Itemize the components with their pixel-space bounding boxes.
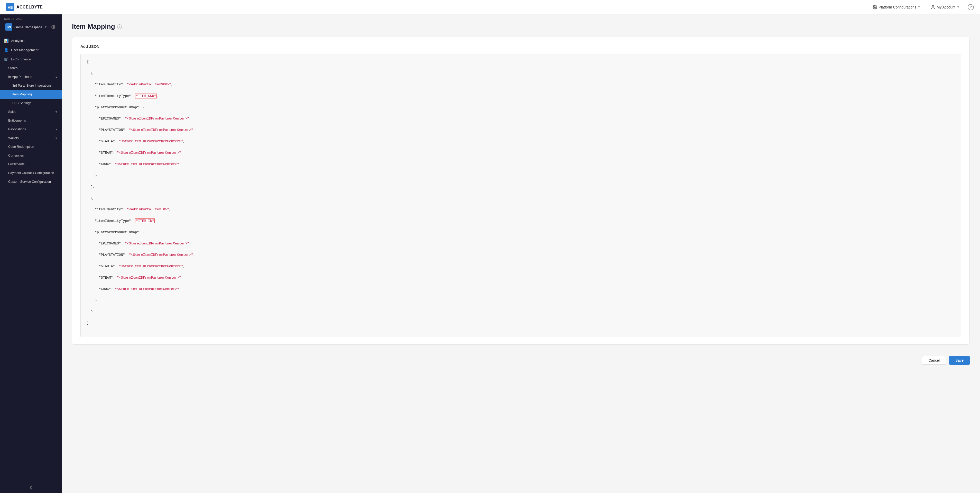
sidebar-collapse-button[interactable]: ⟪ <box>30 485 32 490</box>
json-card: Add JSON [ { "itemIdentity": "<AdminPort… <box>72 37 970 345</box>
platform-config-chevron-icon: ▼ <box>918 6 920 8</box>
sidebar-item-ecommerce-label: E-Commerce <box>11 57 57 61</box>
in-app-purchase-chevron-icon: ▲ <box>55 76 57 78</box>
sidebar-item-in-app-purchase-label: In-App Purchase <box>8 75 52 79</box>
sidebar-item-ecommerce[interactable]: 🛒 E-Commerce <box>0 54 62 64</box>
header-actions: Platform Configurations ▼ My Account ▼ ? <box>870 4 974 11</box>
namespace-badge: GN <box>5 23 12 30</box>
svg-text:AB: AB <box>8 5 13 10</box>
namespace-chevron-icon: ▼ <box>44 26 47 29</box>
sidebar-item-currencies[interactable]: Currencies <box>0 151 62 160</box>
namespace-section: NAMESPACE GN Game Namespace ▼ <box>0 14 62 34</box>
sidebar-item-sales[interactable]: Sales ▼ <box>0 107 62 116</box>
help-button[interactable]: ? <box>968 4 974 10</box>
sidebar-item-payment-callback[interactable]: Payment Callback Configuration <box>0 169 62 177</box>
content-area: Item Mapping i Add JSON [ { "itemIdentit… <box>62 14 980 493</box>
sidebar-item-dlc-settings-label: DLC Settings <box>12 101 57 105</box>
ecommerce-icon: 🛒 <box>4 57 8 61</box>
json-editor[interactable]: [ { "itemIdentity": "<AdminPortalItemSKU… <box>80 54 961 337</box>
sidebar-item-custom-service[interactable]: Custom Service Configuration <box>0 177 62 186</box>
page-title: Item Mapping <box>72 22 115 30</box>
sidebar: NAMESPACE GN Game Namespace ▼ 📊 Analytic… <box>0 14 62 493</box>
sidebar-item-item-mapping[interactable]: Item Mapping <box>0 90 62 99</box>
app-logo-text: ACCELBYTE <box>16 5 43 10</box>
user-icon <box>931 5 935 10</box>
svg-point-3 <box>932 5 934 7</box>
namespace-selector[interactable]: GN Game Namespace ▼ <box>4 22 48 32</box>
settings-icon <box>51 25 55 29</box>
gear-icon <box>873 5 877 10</box>
app-logo-icon: AB <box>6 3 14 11</box>
footer-actions: Cancel Save <box>72 351 970 367</box>
sidebar-item-analytics-label: Analytics <box>11 39 57 43</box>
revocations-chevron-icon: ▼ <box>55 128 57 131</box>
platform-config-label: Platform Configurations <box>879 5 916 9</box>
sidebar-bottom: ⟪ <box>0 482 62 493</box>
sidebar-item-currencies-label: Currencies <box>8 154 57 157</box>
save-button[interactable]: Save <box>949 356 970 365</box>
sales-chevron-icon: ▼ <box>55 110 57 113</box>
sidebar-item-user-management-label: User Management <box>11 48 57 52</box>
my-account-chevron-icon: ▼ <box>957 6 959 8</box>
sidebar-item-fulfillments[interactable]: Fulfillments <box>0 160 62 169</box>
main-layout: NAMESPACE GN Game Namespace ▼ 📊 Analytic… <box>0 14 980 493</box>
sidebar-item-code-redemption-label: Code Redemption <box>8 145 57 148</box>
namespace-name: Game Namespace <box>14 25 42 29</box>
sidebar-item-fulfillments-label: Fulfillments <box>8 163 57 166</box>
sidebar-item-stores-label: Stores <box>8 66 57 70</box>
sidebar-item-analytics[interactable]: 📊 Analytics <box>0 36 62 45</box>
sidebar-item-in-app-purchase[interactable]: In-App Purchase ▲ <box>0 72 62 81</box>
user-mgmt-icon: 👤 <box>4 48 8 52</box>
svg-point-2 <box>874 6 875 8</box>
nav-section: 📊 Analytics 👤 User Management 🛒 E-Commer… <box>0 34 62 188</box>
sidebar-item-stores[interactable]: Stores <box>0 64 62 72</box>
logo-area: AB ACCELBYTE <box>6 3 43 11</box>
sidebar-item-revocations[interactable]: Revocations ▼ <box>0 125 62 134</box>
sidebar-item-3rd-party-label: 3rd Party Store Integrations <box>12 84 57 88</box>
sidebar-item-entitlements[interactable]: Entitlements <box>0 116 62 125</box>
cancel-button[interactable]: Cancel <box>922 356 946 365</box>
analytics-icon: 📊 <box>4 38 8 43</box>
namespace-label: NAMESPACE <box>4 18 57 20</box>
sidebar-item-item-mapping-label: Item Mapping <box>12 93 57 96</box>
sidebar-item-sales-label: Sales <box>8 110 52 113</box>
card-title: Add JSON <box>80 44 961 49</box>
sidebar-item-payment-callback-label: Payment Callback Configuration <box>8 171 57 175</box>
sidebar-item-3rd-party[interactable]: 3rd Party Store Integrations <box>0 81 62 90</box>
sidebar-item-revocations-label: Revocations <box>8 128 52 131</box>
page-title-row: Item Mapping i <box>72 22 970 30</box>
wallets-chevron-icon: ▼ <box>55 137 57 140</box>
sidebar-item-custom-service-label: Custom Service Configuration <box>8 180 57 183</box>
platform-config-button[interactable]: Platform Configurations ▼ <box>870 4 923 11</box>
namespace-settings-button[interactable] <box>49 23 57 30</box>
app-header: AB ACCELBYTE Platform Configurations ▼ M… <box>0 0 980 14</box>
sidebar-item-wallets[interactable]: Wallets ▼ <box>0 134 62 142</box>
page-info-icon[interactable]: i <box>117 24 122 29</box>
my-account-label: My Account <box>937 5 955 9</box>
sidebar-item-entitlements-label: Entitlements <box>8 119 57 122</box>
sidebar-item-dlc-settings[interactable]: DLC Settings <box>0 99 62 107</box>
svg-point-4 <box>52 27 54 27</box>
sidebar-item-wallets-label: Wallets <box>8 136 52 140</box>
sidebar-item-user-management[interactable]: 👤 User Management <box>0 45 62 54</box>
my-account-button[interactable]: My Account ▼ <box>929 4 961 11</box>
sidebar-item-code-redemption[interactable]: Code Redemption <box>0 142 62 151</box>
